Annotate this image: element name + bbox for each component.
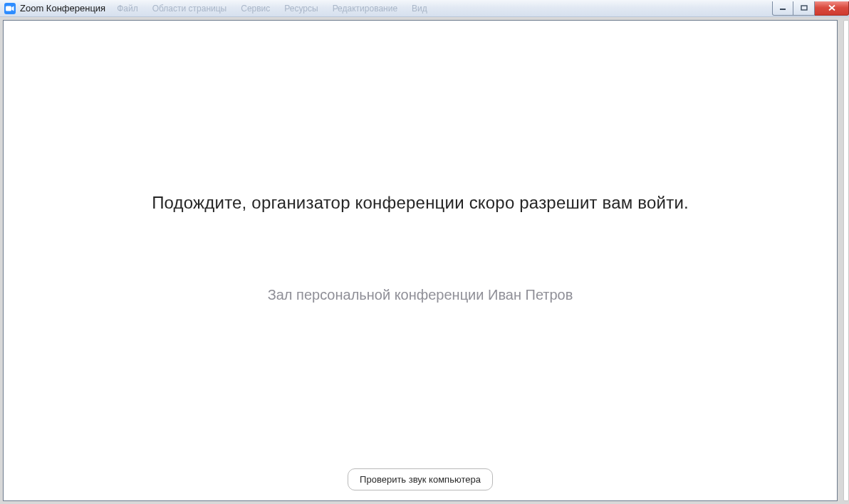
waiting-message: Подождите, организатор конференции скоро… [4,193,837,213]
client-wrap: Подождите, организатор конференции скоро… [0,17,849,504]
waiting-message-block: Подождите, организатор конференции скоро… [4,193,837,303]
maximize-button[interactable] [793,1,815,16]
room-label: Зал персональной конференции Иван Петров [4,287,837,303]
window-title: Zoom Конференция [20,3,105,14]
waiting-room-panel: Подождите, организатор конференции скоро… [3,20,838,501]
menu-item-edit[interactable]: Редактирование [325,0,405,17]
close-button[interactable] [815,1,849,16]
svg-rect-0 [6,6,11,11]
zoom-app-icon [4,3,16,14]
menu-item-file[interactable]: Файл [110,0,145,17]
titlebar: Zoom Конференция Файл Области страницы С… [0,0,849,17]
window-controls [772,1,849,16]
svg-rect-1 [780,9,786,10]
footer-area: Проверить звук компьютера [4,468,837,490]
menu-item-service[interactable]: Сервис [234,0,277,17]
svg-rect-2 [801,6,807,10]
minimize-button[interactable] [772,1,793,16]
vertical-scrollbar[interactable] [843,20,849,501]
menubar: Файл Области страницы Сервис Ресурсы Ред… [110,0,772,17]
menu-item-view[interactable]: Вид [405,0,434,17]
check-audio-button[interactable]: Проверить звук компьютера [348,468,493,490]
menu-item-resources[interactable]: Ресурсы [277,0,325,17]
menu-item-page-areas[interactable]: Области страницы [145,0,234,17]
